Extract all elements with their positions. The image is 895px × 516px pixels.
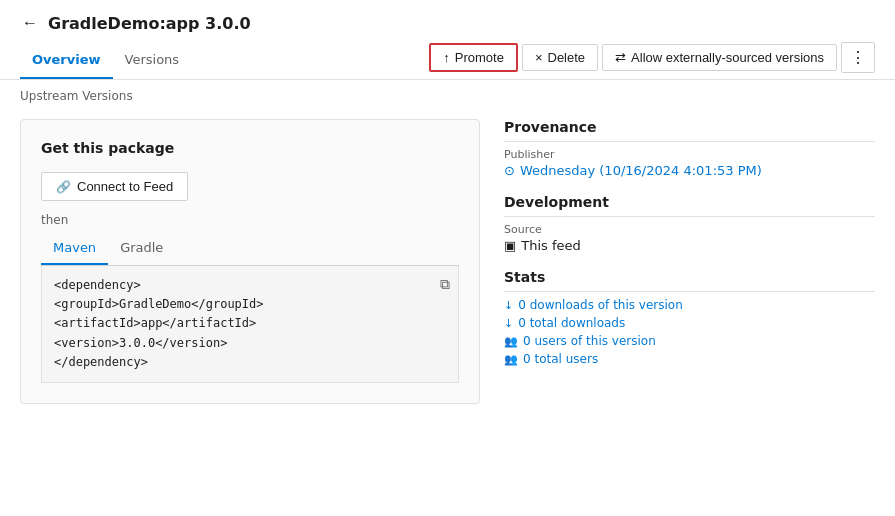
stat-text: 0 total downloads: [518, 316, 625, 330]
publisher-clock-icon: ⊙: [504, 163, 515, 178]
page-header: ← GradleDemo:app 3.0.0: [0, 0, 895, 42]
stat-text: 0 downloads of this version: [518, 298, 683, 312]
provenance-section: Provenance Publisher ⊙ Wednesday (10/16/…: [504, 119, 875, 178]
delete-button[interactable]: × Delete: [522, 44, 598, 71]
source-feed-icon: ▣: [504, 238, 516, 253]
connect-to-feed-button[interactable]: 🔗 Connect to Feed: [41, 172, 188, 201]
code-tab-maven[interactable]: Maven: [41, 235, 108, 265]
more-options-button[interactable]: ⋮: [841, 42, 875, 73]
code-tabs: Maven Gradle: [41, 235, 459, 266]
stat-icon: ↓: [504, 299, 513, 312]
allow-external-button[interactable]: ⇄ Allow externally-sourced versions: [602, 44, 837, 71]
stat-icon: ↓: [504, 317, 513, 330]
code-tab-gradle[interactable]: Gradle: [108, 235, 175, 265]
stat-item: ↓0 total downloads: [504, 316, 875, 330]
connect-icon: 🔗: [56, 180, 71, 194]
copy-icon[interactable]: ⧉: [440, 274, 450, 296]
source-label: Source: [504, 223, 875, 236]
development-section: Development Source ▣ This feed: [504, 194, 875, 253]
right-panel: Provenance Publisher ⊙ Wednesday (10/16/…: [504, 119, 875, 404]
sub-navigation: Upstream Versions: [0, 80, 895, 107]
development-title: Development: [504, 194, 875, 217]
promote-button[interactable]: ↑ Promote: [429, 43, 518, 72]
stats-title: Stats: [504, 269, 875, 292]
upstream-versions-link[interactable]: Upstream Versions: [20, 89, 133, 103]
back-button[interactable]: ←: [20, 12, 40, 34]
tab-navigation: Overview Versions: [20, 46, 429, 79]
get-package-panel: Get this package 🔗 Connect to Feed then …: [20, 119, 480, 404]
stat-text: 0 total users: [523, 352, 598, 366]
stat-item: 👥0 users of this version: [504, 334, 875, 348]
stat-text: 0 users of this version: [523, 334, 656, 348]
stat-icon: 👥: [504, 335, 518, 348]
more-icon: ⋮: [850, 48, 866, 67]
delete-x-icon: ×: [535, 50, 543, 65]
page-title: GradleDemo:app 3.0.0: [48, 14, 251, 33]
stat-item: ↓0 downloads of this version: [504, 298, 875, 312]
toolbar-buttons: ↑ Promote × Delete ⇄ Allow externally-so…: [429, 42, 875, 73]
tab-overview[interactable]: Overview: [20, 46, 113, 79]
provenance-title: Provenance: [504, 119, 875, 142]
stat-icon: 👥: [504, 353, 518, 366]
panel-title: Get this package: [41, 140, 459, 156]
allow-external-icon: ⇄: [615, 50, 626, 65]
publisher-value: ⊙ Wednesday (10/16/2024 4:01:53 PM): [504, 163, 875, 178]
tab-versions[interactable]: Versions: [113, 46, 192, 79]
code-block: ⧉ <dependency> <groupId>GradleDemo</grou…: [41, 266, 459, 383]
main-content: Get this package 🔗 Connect to Feed then …: [0, 107, 895, 416]
promote-up-icon: ↑: [443, 50, 450, 65]
stats-list: ↓0 downloads of this version↓0 total dow…: [504, 298, 875, 366]
stat-item: 👥0 total users: [504, 352, 875, 366]
source-value: ▣ This feed: [504, 238, 875, 253]
code-content: <dependency> <groupId>GradleDemo</groupI…: [54, 276, 446, 372]
then-label: then: [41, 213, 459, 227]
stats-section: Stats ↓0 downloads of this version↓0 tot…: [504, 269, 875, 366]
publisher-label: Publisher: [504, 148, 875, 161]
